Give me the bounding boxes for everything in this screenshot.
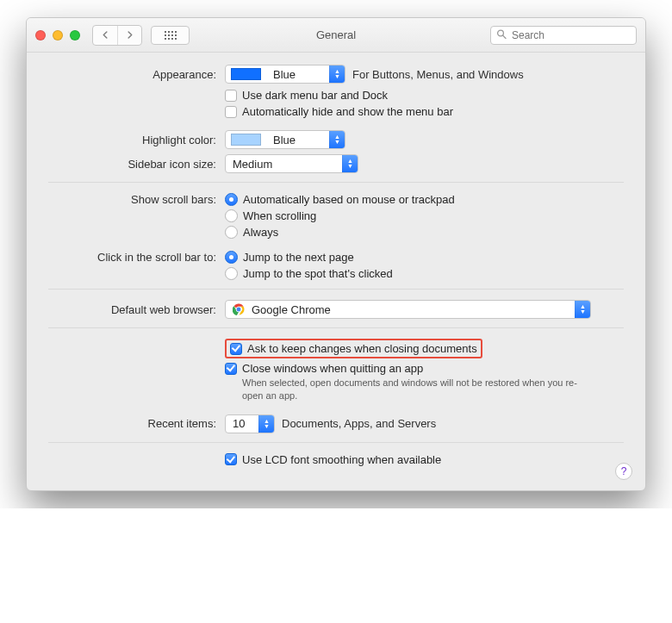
chevron-left-icon bbox=[102, 31, 109, 39]
highlight-annotation: Ask to keep changes when closing documen… bbox=[225, 339, 482, 358]
highlight-swatch-icon bbox=[231, 134, 261, 146]
svg-rect-5 bbox=[168, 34, 170, 36]
scrollbars-auto-radio[interactable]: Automatically based on mouse or trackpad bbox=[225, 193, 455, 206]
checkbox-icon bbox=[225, 363, 237, 375]
checkbox-icon bbox=[225, 90, 237, 102]
ask-keep-changes-checkbox[interactable]: Ask to keep changes when closing documen… bbox=[230, 342, 477, 355]
search-input[interactable] bbox=[490, 26, 637, 45]
checkbox-icon bbox=[230, 343, 242, 355]
highlight-color-popup[interactable]: Blue ▲▼ bbox=[225, 130, 345, 149]
auto-hide-menu-checkbox[interactable]: Automatically hide and show the menu bar bbox=[225, 105, 453, 118]
scrollclick-spot-label: Jump to the spot that's clicked bbox=[243, 267, 393, 280]
svg-rect-8 bbox=[165, 38, 166, 40]
close-window-button[interactable] bbox=[35, 30, 46, 40]
scrollbars-auto-label: Automatically based on mouse or trackpad bbox=[243, 193, 455, 206]
scrollclick-spot-radio[interactable]: Jump to the spot that's clicked bbox=[225, 267, 393, 280]
svg-rect-10 bbox=[171, 38, 173, 40]
font-smoothing-label: Use LCD font smoothing when available bbox=[242, 453, 441, 466]
titlebar: General bbox=[27, 18, 645, 53]
recent-items-label: Recent items: bbox=[48, 417, 225, 430]
close-windows-label: Close windows when quitting an app bbox=[242, 362, 423, 375]
dark-menu-label: Use dark menu bar and Dock bbox=[242, 89, 388, 102]
close-windows-checkbox[interactable]: Close windows when quitting an app bbox=[225, 362, 423, 375]
appearance-popup[interactable]: Blue ▲▼ bbox=[225, 65, 345, 84]
show-all-button[interactable] bbox=[151, 26, 190, 45]
updown-arrows-icon: ▲▼ bbox=[329, 65, 345, 83]
browser-label: Default web browser: bbox=[48, 303, 225, 316]
svg-rect-3 bbox=[175, 31, 177, 33]
svg-rect-1 bbox=[168, 31, 170, 33]
svg-rect-0 bbox=[165, 31, 166, 33]
help-icon: ? bbox=[621, 465, 627, 477]
search-container bbox=[490, 26, 637, 45]
svg-rect-4 bbox=[165, 34, 166, 36]
chrome-icon bbox=[233, 303, 245, 315]
updown-arrows-icon: ▲▼ bbox=[258, 415, 274, 433]
radio-icon bbox=[225, 226, 238, 239]
scrollbars-label: Show scroll bars: bbox=[48, 193, 225, 206]
checkbox-icon bbox=[225, 106, 237, 118]
search-icon bbox=[496, 28, 507, 41]
forward-button[interactable] bbox=[117, 26, 141, 45]
appearance-label: Appearance: bbox=[48, 68, 225, 81]
scrollbars-always-radio[interactable]: Always bbox=[225, 226, 278, 239]
scrollbars-always-label: Always bbox=[243, 226, 278, 239]
separator bbox=[48, 289, 624, 290]
svg-rect-2 bbox=[171, 31, 173, 33]
updown-arrows-icon: ▲▼ bbox=[329, 131, 345, 148]
zoom-window-button[interactable] bbox=[70, 30, 80, 40]
close-windows-note: When selected, open documents and window… bbox=[242, 377, 587, 402]
separator bbox=[48, 327, 624, 328]
radio-icon bbox=[225, 209, 238, 222]
scrollbars-when-radio[interactable]: When scrolling bbox=[225, 209, 316, 222]
svg-rect-7 bbox=[175, 34, 177, 36]
appearance-value: Blue bbox=[266, 68, 329, 81]
content-area: Appearance: Blue ▲▼ For Buttons, Menus, … bbox=[27, 53, 645, 490]
recent-items-suffix: Documents, Apps, and Servers bbox=[282, 417, 436, 430]
svg-rect-6 bbox=[171, 34, 173, 36]
scrollclick-label: Click in the scroll bar to: bbox=[48, 251, 225, 264]
radio-icon bbox=[225, 251, 238, 264]
svg-line-13 bbox=[503, 35, 506, 38]
help-button[interactable]: ? bbox=[615, 463, 632, 480]
ask-keep-changes-label: Ask to keep changes when closing documen… bbox=[247, 342, 477, 355]
chevron-right-icon bbox=[126, 31, 134, 39]
highlight-label: Highlight color: bbox=[48, 134, 225, 146]
sidebar-size-popup[interactable]: Medium ▲▼ bbox=[225, 154, 358, 173]
auto-hide-menu-label: Automatically hide and show the menu bar bbox=[242, 105, 453, 118]
window-controls bbox=[35, 30, 80, 40]
updown-arrows-icon: ▲▼ bbox=[575, 301, 590, 318]
highlight-value: Blue bbox=[266, 134, 329, 146]
separator bbox=[48, 442, 624, 443]
appearance-hint: For Buttons, Menus, and Windows bbox=[352, 68, 524, 81]
grid-icon bbox=[165, 31, 177, 40]
separator bbox=[48, 182, 624, 183]
scrollbars-when-label: When scrolling bbox=[243, 209, 316, 222]
blue-swatch-icon bbox=[231, 68, 261, 80]
minimize-window-button[interactable] bbox=[53, 30, 63, 40]
sidebar-size-label: Sidebar icon size: bbox=[48, 158, 225, 171]
svg-rect-11 bbox=[175, 38, 177, 40]
back-button[interactable] bbox=[93, 26, 117, 45]
browser-value: Google Chrome bbox=[252, 303, 331, 316]
preferences-window: General Appearance: Blue ▲▼ For Buttons,… bbox=[26, 17, 646, 491]
scrollclick-nextpage-radio[interactable]: Jump to the next page bbox=[225, 251, 354, 264]
sidebar-size-value: Medium bbox=[226, 158, 342, 171]
scrollclick-nextpage-label: Jump to the next page bbox=[243, 251, 354, 264]
font-smoothing-checkbox[interactable]: Use LCD font smoothing when available bbox=[225, 453, 441, 466]
radio-icon bbox=[225, 193, 238, 206]
recent-items-value: 10 bbox=[226, 417, 258, 430]
svg-rect-9 bbox=[168, 38, 170, 40]
dark-menu-checkbox[interactable]: Use dark menu bar and Dock bbox=[225, 89, 388, 102]
updown-arrows-icon: ▲▼ bbox=[342, 155, 358, 172]
checkbox-icon bbox=[225, 453, 237, 465]
radio-icon bbox=[225, 267, 238, 280]
recent-items-popup[interactable]: 10 ▲▼ bbox=[225, 414, 275, 433]
default-browser-popup[interactable]: Google Chrome ▲▼ bbox=[225, 300, 591, 319]
nav-back-forward bbox=[92, 25, 142, 46]
